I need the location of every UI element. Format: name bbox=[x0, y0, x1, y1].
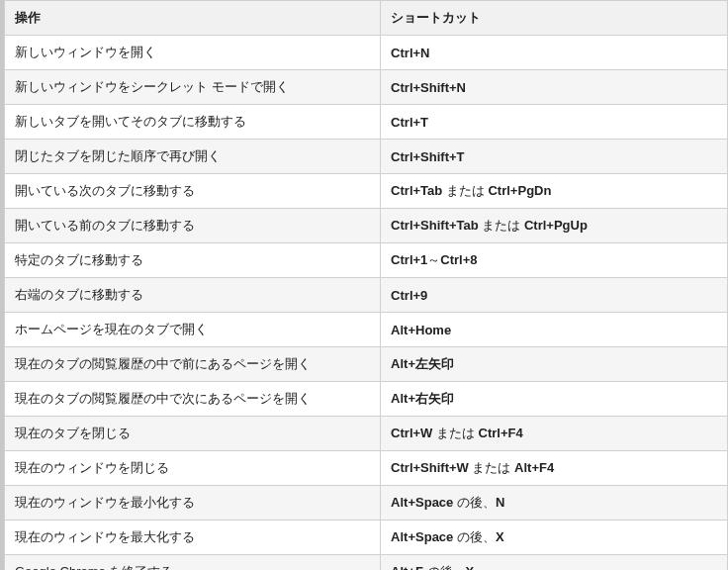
action-cell: 新しいタブを開いてそのタブに移動する bbox=[5, 105, 381, 140]
table-row: 現在のタブの閲覧履歴の中で次にあるページを開くAlt+右矢印 bbox=[5, 382, 728, 417]
header-shortcut: ショートカット bbox=[381, 1, 728, 36]
table-row: 開いている前のタブに移動するCtrl+Shift+Tab または Ctrl+Pg… bbox=[5, 209, 728, 243]
shortcut-key: Ctrl+Shift+N bbox=[391, 80, 466, 95]
table-row: 新しいウィンドウを開くCtrl+N bbox=[5, 36, 728, 70]
shortcut-key: Ctrl+Tab bbox=[391, 183, 442, 198]
shortcut-key: Alt+Space bbox=[391, 495, 453, 510]
shortcut-key: Ctrl+9 bbox=[391, 288, 427, 303]
table-row: Google Chrome を終了するAlt+F の後、X bbox=[5, 555, 728, 571]
action-cell: 現在のタブの閲覧履歴の中で次にあるページを開く bbox=[5, 382, 381, 417]
action-cell: 開いている前のタブに移動する bbox=[5, 209, 381, 243]
table-row: 現在のタブの閲覧履歴の中で前にあるページを開くAlt+左矢印 bbox=[5, 347, 728, 382]
shortcut-cell: Alt+Home bbox=[381, 313, 728, 347]
table-row: 現在のウィンドウを最大化するAlt+Space の後、X bbox=[5, 521, 728, 555]
table-row: 特定のタブに移動するCtrl+1～Ctrl+8 bbox=[5, 243, 728, 278]
table-row: 開いている次のタブに移動するCtrl+Tab または Ctrl+PgDn bbox=[5, 174, 728, 209]
action-cell: Google Chrome を終了する bbox=[5, 555, 381, 571]
shortcut-text: の後、 bbox=[453, 529, 496, 544]
table-row: 閉じたタブを閉じた順序で再び開くCtrl+Shift+T bbox=[5, 140, 728, 174]
table-row: 新しいタブを開いてそのタブに移動するCtrl+T bbox=[5, 105, 728, 140]
shortcut-text: または bbox=[479, 218, 524, 233]
action-cell: 右端のタブに移動する bbox=[5, 278, 381, 313]
shortcut-key: Alt+F bbox=[391, 564, 423, 570]
shortcut-key: X bbox=[466, 564, 475, 570]
action-cell: 現在のタブを閉じる bbox=[5, 417, 381, 451]
action-cell: 開いている次のタブに移動する bbox=[5, 174, 381, 209]
shortcut-key: Ctrl+Shift+T bbox=[391, 149, 464, 164]
shortcut-cell: Ctrl+T bbox=[381, 105, 728, 140]
table-header-row: 操作 ショートカット bbox=[5, 1, 728, 36]
shortcut-cell: Alt+Space の後、N bbox=[381, 486, 728, 521]
shortcut-key: N bbox=[496, 495, 504, 510]
shortcut-cell: Alt+右矢印 bbox=[381, 382, 728, 417]
shortcut-key: X bbox=[496, 529, 504, 544]
shortcut-key: Ctrl+PgUp bbox=[524, 218, 588, 233]
shortcut-key: Alt+F4 bbox=[514, 460, 554, 475]
table-row: 現在のウィンドウを閉じるCtrl+Shift+W または Alt+F4 bbox=[5, 451, 728, 486]
shortcut-key: Ctrl+N bbox=[391, 46, 429, 60]
action-cell: 現在のタブの閲覧履歴の中で前にあるページを開く bbox=[5, 347, 381, 382]
shortcut-text: の後、 bbox=[423, 564, 466, 570]
action-cell: 新しいウィンドウを開く bbox=[5, 36, 381, 70]
table-row: 新しいウィンドウをシークレット モードで開くCtrl+Shift+N bbox=[5, 70, 728, 105]
shortcut-cell: Ctrl+N bbox=[381, 36, 728, 70]
action-cell: 現在のウィンドウを閉じる bbox=[5, 451, 381, 486]
shortcut-cell: Ctrl+1～Ctrl+8 bbox=[381, 243, 728, 278]
shortcut-key: Alt+Space bbox=[391, 529, 453, 544]
shortcut-key: Ctrl+8 bbox=[440, 252, 477, 267]
shortcut-cell: Ctrl+Shift+Tab または Ctrl+PgUp bbox=[381, 209, 728, 243]
shortcut-cell: Ctrl+Shift+N bbox=[381, 70, 728, 105]
shortcut-text: の後、 bbox=[453, 495, 496, 510]
shortcut-text: または bbox=[432, 426, 478, 440]
shortcut-table: 操作 ショートカット 新しいウィンドウを開くCtrl+N新しいウィンドウをシーク… bbox=[4, 0, 728, 570]
shortcut-cell: Ctrl+Shift+W または Alt+F4 bbox=[381, 451, 728, 486]
action-cell: 現在のウィンドウを最小化する bbox=[5, 486, 381, 521]
shortcut-key: Alt+左矢印 bbox=[391, 356, 454, 371]
shortcut-cell: Ctrl+Shift+T bbox=[381, 140, 728, 174]
action-cell: ホームページを現在のタブで開く bbox=[5, 313, 381, 347]
table-row: ホームページを現在のタブで開くAlt+Home bbox=[5, 313, 728, 347]
table-row: 現在のタブを閉じるCtrl+W または Ctrl+F4 bbox=[5, 417, 728, 451]
shortcut-key: Ctrl+Shift+Tab bbox=[391, 218, 479, 233]
shortcut-cell: Alt+F の後、X bbox=[381, 555, 728, 571]
shortcut-text: ～ bbox=[427, 252, 440, 267]
shortcut-text: または bbox=[442, 183, 488, 198]
shortcut-key: Alt+Home bbox=[391, 323, 451, 337]
shortcut-cell: Alt+Space の後、X bbox=[381, 521, 728, 555]
shortcut-table-container: 操作 ショートカット 新しいウィンドウを開くCtrl+N新しいウィンドウをシーク… bbox=[0, 0, 728, 570]
shortcut-key: Ctrl+T bbox=[391, 115, 428, 130]
action-cell: 閉じたタブを閉じた順序で再び開く bbox=[5, 140, 381, 174]
action-cell: 現在のウィンドウを最大化する bbox=[5, 521, 381, 555]
shortcut-key: Ctrl+W bbox=[391, 426, 432, 440]
action-cell: 新しいウィンドウをシークレット モードで開く bbox=[5, 70, 381, 105]
shortcut-key: Ctrl+1 bbox=[391, 252, 427, 267]
shortcut-cell: Ctrl+Tab または Ctrl+PgDn bbox=[381, 174, 728, 209]
shortcut-key: Alt+右矢印 bbox=[391, 391, 454, 406]
header-action: 操作 bbox=[5, 1, 381, 36]
shortcut-cell: Ctrl+9 bbox=[381, 278, 728, 313]
shortcut-text: または bbox=[469, 460, 514, 475]
table-row: 現在のウィンドウを最小化するAlt+Space の後、N bbox=[5, 486, 728, 521]
shortcut-cell: Alt+左矢印 bbox=[381, 347, 728, 382]
table-row: 右端のタブに移動するCtrl+9 bbox=[5, 278, 728, 313]
shortcut-key: Ctrl+F4 bbox=[479, 426, 523, 440]
shortcut-cell: Ctrl+W または Ctrl+F4 bbox=[381, 417, 728, 451]
shortcut-key: Ctrl+Shift+W bbox=[391, 460, 469, 475]
shortcut-key: Ctrl+PgDn bbox=[488, 183, 551, 198]
action-cell: 特定のタブに移動する bbox=[5, 243, 381, 278]
